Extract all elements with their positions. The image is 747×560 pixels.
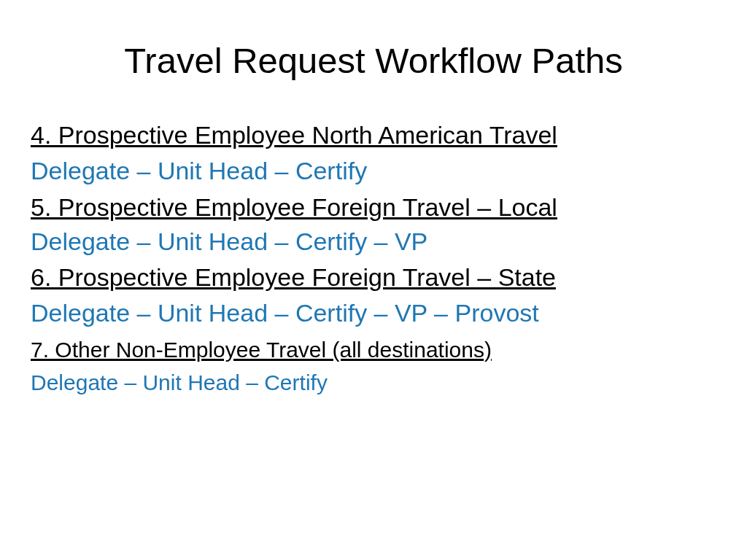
slide-content: 4. Prospective Employee North American T… (29, 117, 718, 399)
item-5-heading: 5. Prospective Employee Foreign Travel –… (31, 190, 718, 225)
slide-title: Travel Request Workflow Paths (29, 40, 718, 81)
item-6-workflow: Delegate – Unit Head – Certify – VP – Pr… (31, 295, 718, 331)
item-4-heading: 4. Prospective Employee North American T… (31, 117, 718, 153)
item-4-workflow: Delegate – Unit Head – Certify (31, 153, 718, 189)
item-7-heading: 7. Other Non-Employee Travel (all destin… (31, 333, 718, 366)
item-7-workflow: Delegate – Unit Head – Certify (31, 366, 718, 399)
item-5-workflow: Delegate – Unit Head – Certify – VP (31, 224, 718, 260)
item-6-heading: 6. Prospective Employee Foreign Travel –… (31, 260, 718, 295)
